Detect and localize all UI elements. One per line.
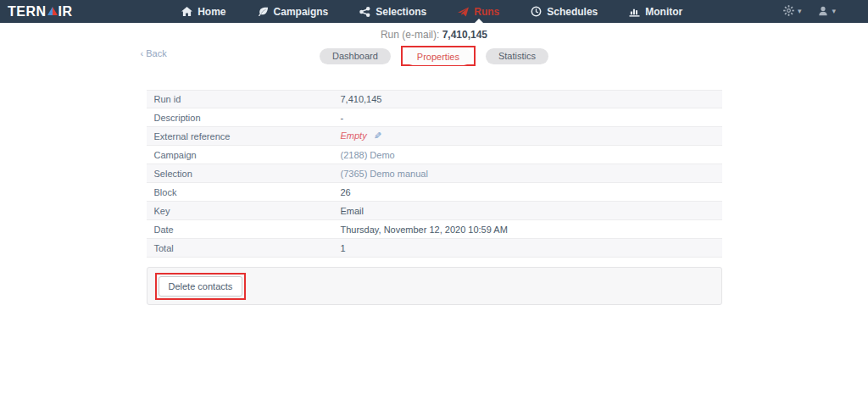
row-label: Total <box>147 243 341 253</box>
page-title: Run (e-mail): 7,410,145 <box>0 29 868 41</box>
row-label: Key <box>147 206 341 216</box>
campaigns-icon <box>258 7 269 17</box>
page-title-prefix: Run (e-mail): <box>381 29 439 41</box>
campaign-link[interactable]: (2188) Demo <box>341 150 395 160</box>
monitor-icon <box>629 7 640 17</box>
row-label: Date <box>147 225 341 235</box>
table-row-total: Total 1 <box>147 239 722 258</box>
chevron-down-icon: ▾ <box>832 8 836 15</box>
logo-triangle-icon <box>47 6 58 16</box>
row-label: Run id <box>147 94 341 104</box>
row-value: Empty ✎ <box>341 130 381 141</box>
delete-contacts-button[interactable]: Delete contacts <box>159 276 243 297</box>
user-icon <box>818 4 828 19</box>
nav-label: Selections <box>376 6 426 18</box>
home-icon <box>181 7 192 17</box>
annotation-box-properties: Properties <box>401 46 476 66</box>
properties-table: Run id 7,410,145 Description - External … <box>147 90 722 258</box>
selections-icon <box>359 7 370 17</box>
nav-label: Runs <box>474 6 499 18</box>
row-value: - <box>341 113 344 123</box>
nav-label: Campaigns <box>274 6 329 18</box>
chevron-down-icon: ▾ <box>798 8 802 15</box>
tab-bar: ‹ Back Dashboard Properties Statistics <box>147 46 722 64</box>
settings-menu[interactable]: ▾ <box>783 4 802 19</box>
runs-icon <box>458 7 469 17</box>
table-row-external-reference: External reference Empty ✎ <box>147 127 722 146</box>
page-title-run-id: 7,410,145 <box>442 29 487 41</box>
tabs: Dashboard Properties Statistics <box>147 46 722 66</box>
nav-label: Schedules <box>547 6 598 18</box>
row-label: Block <box>147 187 341 197</box>
row-value: Email <box>341 206 364 216</box>
tab-statistics[interactable]: Statistics <box>486 48 548 64</box>
table-row-campaign: Campaign (2188) Demo <box>147 146 722 164</box>
annotation-box-delete-contacts: Delete contacts <box>155 273 247 300</box>
nav-label: Home <box>198 6 225 18</box>
navbar-right-controls: ▾ ▾ <box>783 4 868 19</box>
nav-item-schedules[interactable]: Schedules <box>531 0 598 23</box>
row-value: 1 <box>341 243 346 253</box>
row-value: 26 <box>341 187 351 197</box>
row-value: 7,410,145 <box>341 94 382 104</box>
nav-item-monitor[interactable]: Monitor <box>629 0 682 23</box>
nav-label: Monitor <box>645 6 682 18</box>
table-row-key: Key Email <box>147 202 722 220</box>
table-row-selection: Selection (7365) Demo manual <box>147 164 722 183</box>
table-row-date: Date Thursday, November 12, 2020 10:59 A… <box>147 220 722 239</box>
gear-icon <box>783 4 794 19</box>
tab-dashboard[interactable]: Dashboard <box>320 48 391 64</box>
ternair-logo[interactable]: TERN IR <box>0 4 81 19</box>
nav-item-selections[interactable]: Selections <box>359 0 426 23</box>
nav-item-home[interactable]: Home <box>181 0 225 23</box>
row-label: Description <box>147 113 341 123</box>
table-row-run-id: Run id 7,410,145 <box>147 90 722 108</box>
logo-text-right: IR <box>58 4 73 19</box>
row-label: Selection <box>147 169 341 179</box>
empty-value-text: Empty <box>341 130 367 141</box>
nav-item-campaigns[interactable]: Campaigns <box>258 0 329 23</box>
edit-pencil-icon[interactable]: ✎ <box>374 130 381 141</box>
top-navbar: TERN IR Home Campaigns <box>0 0 868 23</box>
actions-panel: Delete contacts <box>147 267 722 305</box>
row-label: External reference <box>147 131 341 141</box>
row-value: Thursday, November 12, 2020 10:59 AM <box>341 225 508 235</box>
logo-text-left: TERN <box>8 4 47 19</box>
table-row-description: Description - <box>147 108 722 127</box>
back-chevron-icon: ‹ <box>141 48 144 58</box>
row-label: Campaign <box>147 150 341 160</box>
schedules-icon <box>531 6 542 17</box>
nav-item-runs[interactable]: Runs <box>458 0 499 23</box>
tab-properties[interactable]: Properties <box>404 48 472 65</box>
table-row-block: Block 26 <box>147 183 722 202</box>
selection-link[interactable]: (7365) Demo manual <box>341 169 428 179</box>
main-nav: Home Campaigns Selections <box>81 0 783 23</box>
user-menu[interactable]: ▾ <box>818 4 836 19</box>
